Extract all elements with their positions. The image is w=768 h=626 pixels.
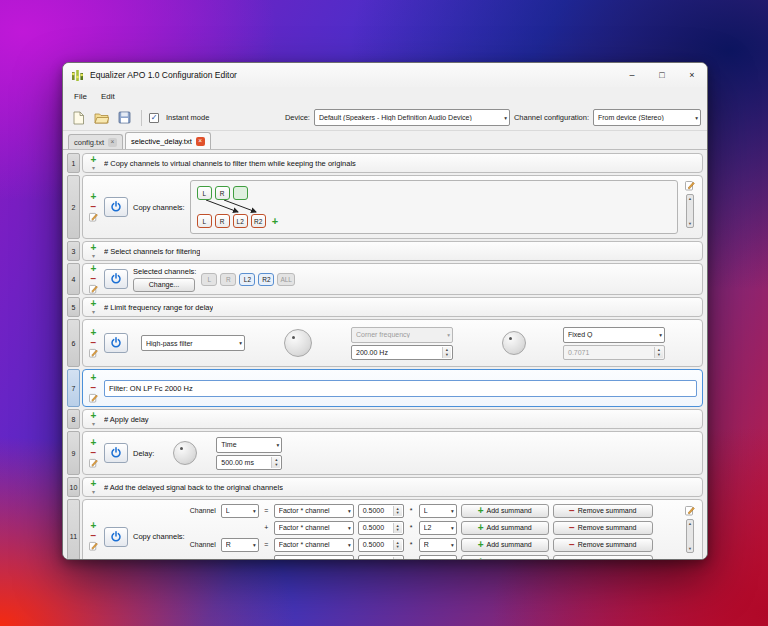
device-select[interactable]: Default (Speakers - High Definition Audi… xyxy=(314,109,510,126)
comment-row-panel[interactable]: + ▾ # Copy channels to virtual channels … xyxy=(82,153,703,173)
channel-toggle[interactable]: L xyxy=(201,273,217,286)
save-file-icon[interactable] xyxy=(115,108,134,127)
factor-type-select[interactable]: Factor * channel xyxy=(274,504,354,518)
new-file-icon[interactable] xyxy=(69,108,88,127)
target-channel-select[interactable]: R xyxy=(221,538,259,552)
spinner-buttons[interactable] xyxy=(393,540,402,550)
remove-summand-button[interactable]: −Remove summand xyxy=(553,555,653,560)
diagram-scrollbar[interactable] xyxy=(686,194,694,228)
edit-note-icon[interactable] xyxy=(89,212,98,222)
add-row-icon[interactable]: + xyxy=(91,329,97,337)
channel-toggle[interactable]: L2 xyxy=(239,273,255,286)
power-toggle[interactable] xyxy=(104,333,128,353)
add-row-icon[interactable]: + xyxy=(91,522,97,530)
frequency-knob[interactable] xyxy=(284,329,312,357)
channel-toggle[interactable]: R2 xyxy=(258,273,274,286)
frequency-spinner[interactable]: 200.00 Hz xyxy=(351,345,453,360)
comment-row-panel[interactable]: + ▾ # Apply delay xyxy=(82,409,703,429)
output-channel-badge[interactable]: L xyxy=(197,214,212,228)
tab-close-icon[interactable]: × xyxy=(108,138,117,147)
add-row-icon[interactable]: + xyxy=(91,244,97,252)
channel-toggle[interactable]: R xyxy=(220,273,236,286)
remove-row-icon[interactable]: − xyxy=(91,275,97,282)
target-channel-select[interactable]: L xyxy=(221,504,259,518)
output-channel-badge[interactable]: L2 xyxy=(233,214,248,228)
output-channel-badge[interactable]: R xyxy=(215,214,230,228)
spinner-buttons[interactable] xyxy=(271,457,280,468)
add-row-icon[interactable]: + xyxy=(91,412,97,420)
edit-note-icon[interactable] xyxy=(89,541,98,551)
edit-note-icon[interactable] xyxy=(89,348,98,358)
source-channel-select[interactable]: R xyxy=(419,538,457,552)
add-output-channel-icon[interactable]: + xyxy=(272,215,278,227)
remove-summand-button[interactable]: −Remove summand xyxy=(553,538,653,552)
close-button[interactable]: × xyxy=(677,63,707,87)
command-input[interactable] xyxy=(104,380,697,397)
remove-row-icon[interactable]: − xyxy=(91,532,97,539)
comment-row-panel[interactable]: + ▾ # Select channels for filtering xyxy=(82,241,703,261)
collapse-icon[interactable]: ▾ xyxy=(92,254,95,259)
remove-row-icon[interactable]: − xyxy=(91,203,97,210)
add-row-icon[interactable]: + xyxy=(91,374,97,382)
titlebar[interactable]: Equalizer APO 1.0 Configuration Editor –… xyxy=(63,63,707,87)
add-row-icon[interactable]: + xyxy=(91,265,97,273)
tab-close-icon[interactable]: × xyxy=(196,137,205,146)
menu-edit[interactable]: Edit xyxy=(94,90,122,103)
add-summand-button[interactable]: +Add summand xyxy=(461,538,549,552)
factor-value-spinner[interactable]: 0.5000 xyxy=(358,521,404,535)
source-channel-select[interactable]: L xyxy=(419,504,457,518)
output-channel-badge[interactable]: R2 xyxy=(251,214,266,228)
spinner-buttons[interactable] xyxy=(393,557,402,560)
spinner-buttons[interactable] xyxy=(393,523,402,533)
spinner-buttons[interactable] xyxy=(393,506,402,516)
remove-summand-button[interactable]: −Remove summand xyxy=(553,504,653,518)
remove-row-icon[interactable]: − xyxy=(91,384,97,391)
add-summand-button[interactable]: +Add summand xyxy=(461,504,549,518)
source-channel-select[interactable]: R2 xyxy=(419,555,457,560)
remove-row-icon[interactable]: − xyxy=(91,339,97,346)
factor-value-spinner[interactable]: 0.5000 xyxy=(358,504,404,518)
factor-value-spinner[interactable]: 0.5000 xyxy=(358,555,404,560)
summand-scrollbar[interactable] xyxy=(686,519,694,553)
factor-type-select[interactable]: Factor * channel xyxy=(274,555,354,560)
collapse-icon[interactable]: ▾ xyxy=(92,310,95,315)
input-channel-badge[interactable]: R xyxy=(215,186,230,200)
change-channels-button[interactable]: Change... xyxy=(133,278,195,292)
delay-unit-select[interactable]: Time xyxy=(216,437,282,453)
factor-type-select[interactable]: Factor * channel xyxy=(274,538,354,552)
power-toggle[interactable] xyxy=(104,443,128,463)
channel-copy-diagram[interactable]: L R L R L2 R2 + xyxy=(190,180,678,234)
delay-knob[interactable] xyxy=(173,441,197,465)
tab-selective-delay-txt[interactable]: selective_delay.txt × xyxy=(125,132,211,149)
power-toggle[interactable] xyxy=(104,527,128,547)
edit-note-icon[interactable] xyxy=(89,284,98,294)
source-channel-select[interactable]: L2 xyxy=(419,521,457,535)
collapse-icon[interactable]: ▾ xyxy=(92,422,95,427)
comment-row-panel[interactable]: + ▾ # Limit frequency range for delay xyxy=(82,297,703,317)
collapse-icon[interactable]: ▾ xyxy=(92,490,95,495)
comment-row-panel[interactable]: + ▾ # Add the delayed signal back to the… xyxy=(82,477,703,497)
delay-value-spinner[interactable]: 500.00 ms xyxy=(216,455,282,470)
maximize-button[interactable]: □ xyxy=(647,63,677,87)
add-channel-box[interactable] xyxy=(233,186,248,200)
input-channel-badge[interactable]: L xyxy=(197,186,212,200)
filter-type-select[interactable]: High-pass filter xyxy=(141,335,245,351)
q-knob[interactable] xyxy=(502,331,526,355)
edit-as-text-icon[interactable] xyxy=(685,505,695,516)
spinner-buttons[interactable] xyxy=(442,347,451,358)
minimize-button[interactable]: – xyxy=(617,63,647,87)
instant-mode-checkbox[interactable]: ✓ xyxy=(149,113,159,123)
channel-config-select[interactable]: From device (Stereo) xyxy=(593,109,701,126)
add-summand-button[interactable]: +Add summand xyxy=(461,555,549,560)
add-row-icon[interactable]: + xyxy=(91,300,97,308)
remove-row-icon[interactable]: − xyxy=(91,449,97,456)
add-row-icon[interactable]: + xyxy=(91,156,97,164)
add-row-icon[interactable]: + xyxy=(91,439,97,447)
edit-note-icon[interactable] xyxy=(89,393,98,403)
remove-summand-button[interactable]: −Remove summand xyxy=(553,521,653,535)
edit-as-text-icon[interactable] xyxy=(685,180,695,191)
power-toggle[interactable] xyxy=(104,269,128,289)
open-file-icon[interactable] xyxy=(92,108,111,127)
factor-type-select[interactable]: Factor * channel xyxy=(274,521,354,535)
collapse-icon[interactable]: ▾ xyxy=(92,166,95,171)
